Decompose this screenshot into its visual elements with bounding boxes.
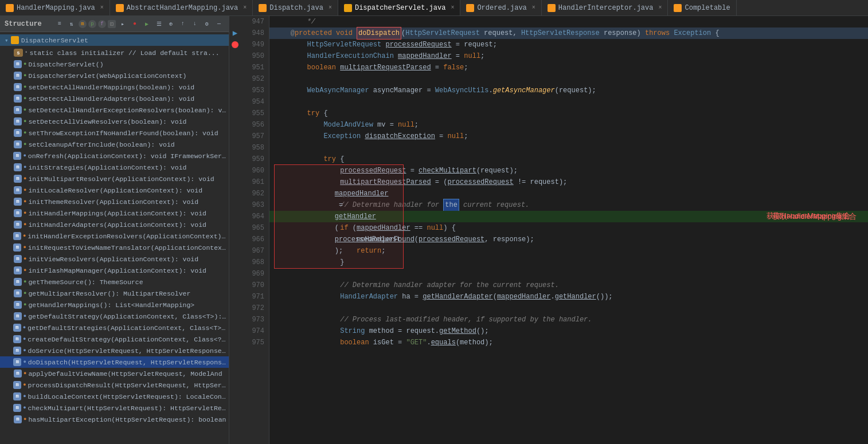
list-item[interactable]: m ● initThemeResolver(ApplicationContext… (0, 196, 229, 207)
code-line-967: return ; (269, 245, 868, 257)
method-badge: m (14, 83, 22, 91)
list-item[interactable]: m ● initViewResolvers(ApplicationContext… (0, 253, 229, 265)
list-item[interactable]: m ● applyDefaultViewName(HttpServletRequ… (0, 368, 229, 379)
list-item[interactable]: m ● getThemeSource(): ThemeSource (0, 276, 229, 288)
list-item[interactable]: m ● processDispatchResult(HttpServletReq… (0, 379, 229, 391)
visibility-icon: ● (24, 256, 26, 262)
tree-root[interactable]: ▾ DispatcherServlet (0, 34, 229, 46)
code-token: , response); (484, 234, 534, 245)
cursor-btn[interactable]: ⊕ (166, 19, 176, 29)
list-item[interactable]: m ● buildLocaleContext(HttpServletReques… (0, 391, 229, 402)
triangle-btn[interactable]: ▶ (142, 19, 152, 29)
line-num: 962 (252, 188, 264, 199)
close-btn[interactable]: — (214, 19, 224, 29)
item-label: initThemeResolver(ApplicationContext): v… (28, 198, 198, 206)
code-token: ; (464, 131, 468, 142)
bp-cell (229, 108, 241, 119)
tab-close-btn[interactable]: × (329, 5, 332, 11)
tab-abstract-handler-mapping[interactable]: AbstractHandlerMapping.java × (110, 0, 253, 15)
code-token (274, 234, 357, 245)
sort-alpha-btn[interactable]: ≡ (54, 19, 65, 29)
main-layout: Structure ≡ ⇅ m p f ⊡ ▸ ● ▶ ☰ ⊕ ↑ ↓ ⚙ — (0, 16, 868, 444)
list-item[interactable]: m ● setDetectAllHandlerAdapters(boolean)… (0, 93, 229, 104)
list-item[interactable]: m ● initMultipartResolver(ApplicationCon… (0, 173, 229, 184)
visibility-icon: ● (23, 233, 26, 239)
code-line-948: @ protected void doDispatch ( HttpServle… (269, 27, 868, 39)
list-item[interactable]: m ● doService(HttpServletRequest, HttpSe… (0, 345, 229, 356)
list-item[interactable]: m ● initFlashMapManager(ApplicationConte… (0, 265, 229, 276)
list-item[interactable]: m ● DispatcherServlet(WebApplicationCont… (0, 70, 229, 81)
tab-dispatcher-servlet[interactable]: DispatcherServlet.java × (338, 0, 460, 15)
code-token: HttpServletRequest (405, 27, 480, 39)
list-item[interactable]: m ● setThrowExceptionIfNoHandlerFound(bo… (0, 127, 229, 139)
list-item[interactable]: m ● initHandlerAdapters(ApplicationConte… (0, 219, 229, 230)
list-item[interactable]: m ● DispatcherServlet() (0, 58, 229, 70)
highlighted-word: the (443, 199, 459, 211)
code-editor[interactable]: */ @ protected void doDispatch ( HttpSer… (269, 16, 868, 444)
bp-cell (229, 234, 241, 245)
item-label: getDefaultStrategies(ApplicationContext,… (28, 324, 226, 332)
list-item[interactable]: S • static class initializer // Load def… (0, 47, 229, 58)
list-item-selected[interactable]: m ● doDispatch(HttpServletRequest, HttpS… (0, 356, 229, 368)
up-btn[interactable]: ↑ (178, 19, 188, 29)
field-btn[interactable]: f (98, 20, 106, 28)
list-item[interactable]: m ● initRequestToViewNameTranslator(Appl… (0, 242, 229, 253)
list-item[interactable]: m ● checkMultipart(HttpServletRequest): … (0, 402, 229, 414)
sidebar-header: Structure ≡ ⇅ m p f ⊡ ▸ ● ▶ ☰ ⊕ ↑ ↓ ⚙ — (0, 16, 229, 32)
visibility-icon: ● (24, 371, 26, 376)
tab-dispatch[interactable]: Dispatch.java × (253, 0, 338, 15)
vis-btn[interactable]: ▸ (118, 19, 128, 29)
pub-btn[interactable]: p (88, 20, 96, 28)
list-item[interactable]: m ● getMultipartResolver(): MultipartRes… (0, 288, 229, 299)
bp-cell (229, 154, 241, 165)
list-item[interactable]: m ● initLocaleResolver(ApplicationContex… (0, 184, 229, 196)
list-item[interactable]: m ● setDetectAllHandlerExceptionResolver… (0, 104, 229, 116)
list-item[interactable]: m ● setDetectAllViewResolvers(boolean): … (0, 116, 229, 127)
editor-area: ▶ (229, 16, 868, 444)
tab-close-btn[interactable]: × (243, 5, 247, 11)
list-item[interactable]: m ● getDefaultStrategies(ApplicationCont… (0, 322, 229, 333)
tab-close-btn[interactable]: × (658, 5, 662, 11)
method-badge: m (13, 232, 21, 240)
line-num: 956 (252, 119, 264, 131)
list-item[interactable]: m ● initHandlerExceptionResolvers(Applic… (0, 230, 229, 242)
lock-btn[interactable]: ⊡ (108, 20, 116, 28)
tab-handler-interceptor[interactable]: HandlerInterceptor.java × (542, 0, 668, 15)
method-badge: m (14, 117, 22, 125)
tab-ordered[interactable]: Ordered.java × (460, 0, 541, 15)
list-btn[interactable]: ☰ (154, 19, 164, 29)
list-item[interactable]: m ● getDefaultStrategy(ApplicationContex… (0, 311, 229, 322)
bp-cell (229, 337, 241, 348)
code-line-965: if ( mappedHandler == null ) { (269, 222, 868, 234)
bp-cell (229, 39, 241, 50)
circle-btn[interactable]: ● (130, 19, 140, 29)
tab-close-btn[interactable]: × (451, 5, 454, 11)
list-item[interactable]: m ● initHandlerMappings(ApplicationConte… (0, 207, 229, 219)
method-badge: m (14, 266, 22, 274)
list-item[interactable]: m ● hasMultipartException(HttpServletReq… (0, 414, 229, 425)
bp-cell (229, 73, 241, 85)
method-badge: m (14, 312, 22, 320)
code-token: HttpServletRequest (274, 39, 381, 50)
filter-btn[interactable]: m (79, 20, 87, 28)
method-badge: m (14, 301, 22, 309)
list-item[interactable]: m ● onRefresh(ApplicationContext): void … (0, 150, 229, 162)
code-token: // Process last-modified header, if supp… (274, 314, 592, 325)
down-btn[interactable]: ↓ (190, 19, 200, 29)
sort-type-btn[interactable]: ⇅ (67, 19, 77, 29)
line-num: 968 (252, 257, 264, 268)
sidebar-content[interactable]: ▾ DispatcherServlet S • static class ini… (0, 32, 229, 444)
visibility-icon: ● (24, 199, 26, 205)
code-token: ; (415, 119, 419, 131)
settings-btn[interactable]: ⚙ (202, 19, 212, 29)
list-item[interactable]: m ● getHandlerMappings(): List<HandlerMa… (0, 299, 229, 311)
tab-completable[interactable]: Completable (668, 0, 736, 15)
tab-handler-mapping[interactable]: HandlerMapping.java × (0, 0, 110, 15)
list-item[interactable]: m ● createDefaultStrategy(ApplicationCon… (0, 333, 229, 345)
list-item[interactable]: m ● setDetectAllHandlerMappings(boolean)… (0, 81, 229, 93)
code-token: try (274, 108, 319, 119)
tab-close-btn[interactable]: × (100, 5, 104, 11)
list-item[interactable]: m ● initStrategies(ApplicationContext): … (0, 162, 229, 173)
list-item[interactable]: m ● setCleanupAfterInclude(boolean): voi… (0, 139, 229, 150)
tab-close-btn[interactable]: × (532, 5, 535, 11)
